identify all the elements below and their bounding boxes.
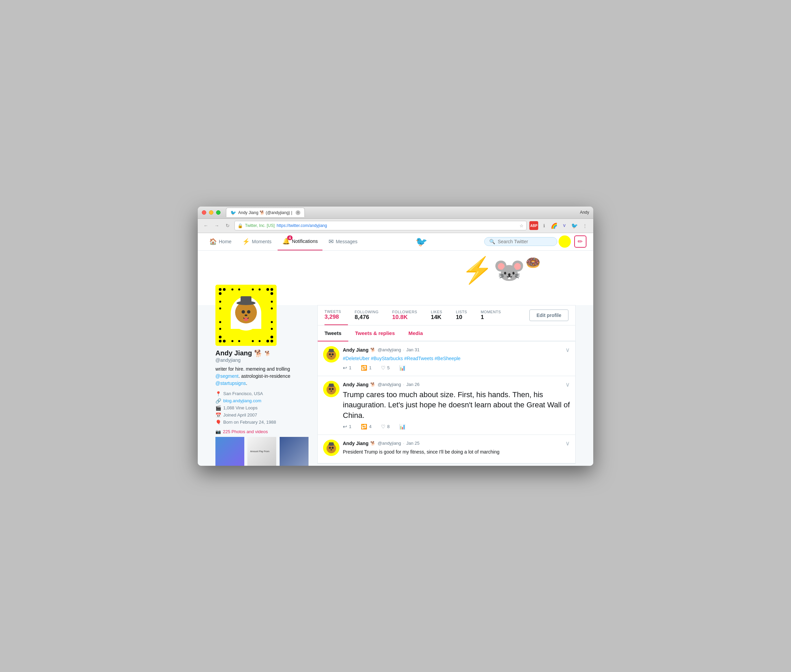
photos-grid: Amount Pay From (215, 437, 311, 466)
tab-media[interactable]: Media (402, 325, 430, 341)
tweet-text-2: Trump cares too much about size. First, … (343, 390, 570, 421)
bio-link-segment[interactable]: @segment (215, 373, 239, 379)
user-avatar-nav[interactable] (559, 235, 571, 248)
search-input[interactable] (498, 239, 552, 244)
like-count-1: 5 (387, 365, 389, 370)
svg-point-31 (252, 340, 254, 342)
svg-point-29 (231, 340, 234, 342)
svg-point-13 (219, 288, 221, 291)
meta-location: 📍 San Francisco, USA (215, 391, 311, 397)
tab-title: Andy Jiang 🐕 (@andyjiang) | (238, 210, 292, 215)
nav-moments[interactable]: ⚡ Moments (237, 233, 276, 250)
nav-notifications[interactable]: 🔔 4 Notifications (278, 233, 322, 250)
adblock-extension[interactable]: ABP (529, 221, 538, 230)
compose-button[interactable]: ✏ (574, 235, 586, 248)
tab-close-button[interactable]: × (296, 210, 300, 215)
donut-emoji: 🍩 (526, 256, 541, 270)
forward-button[interactable]: → (213, 221, 221, 230)
stat-followers[interactable]: FOLLOWERS 10.8K (392, 310, 424, 321)
tweet-avatar-2[interactable] (323, 381, 339, 397)
tab-tweets[interactable]: Tweets (318, 325, 348, 341)
tweet-date-3: Jan 25 (407, 441, 420, 446)
analytics-action-2[interactable]: 📊 (399, 424, 406, 430)
home-icon: 🏠 (209, 238, 217, 245)
tweet-item: Andy Jiang 🐕 @andyjiang · Jan 31 ∨ #Dele… (318, 341, 575, 376)
retweet-icon-1: 🔁 (361, 365, 367, 371)
retweet-count-2: 4 (369, 424, 371, 429)
maximize-button[interactable] (216, 210, 221, 215)
svg-rect-51 (329, 384, 334, 387)
svg-point-14 (223, 288, 226, 291)
retweet-action-1[interactable]: 🔁 1 (361, 365, 371, 371)
svg-point-15 (219, 292, 221, 295)
reply-icon-1: ↩ (343, 365, 347, 371)
tweet-handle-1: @andyjiang (378, 347, 401, 352)
nav-home[interactable]: 🏠 Home (205, 233, 236, 250)
stat-following[interactable]: FOLLOWING 8,476 (355, 310, 386, 321)
tab-replies[interactable]: Tweets & replies (348, 325, 402, 341)
url-bar[interactable]: 🔒 Twitter, Inc. [US] https://twitter.com… (234, 221, 527, 230)
photos-label[interactable]: 📷 225 Photos and videos (215, 429, 311, 434)
twitter-logo[interactable]: 🐦 (416, 236, 428, 247)
svg-point-33 (219, 301, 221, 303)
tweet-expand-2[interactable]: ∨ (565, 381, 570, 388)
info-extension[interactable]: ℹ (540, 221, 548, 230)
svg-point-10 (247, 310, 250, 314)
photo-thumb-3[interactable] (280, 437, 309, 466)
like-action-1[interactable]: ♡ 5 (381, 365, 389, 371)
tweet-emoji-3: 🐕 (370, 441, 375, 446)
retweet-icon-2: 🔁 (361, 424, 367, 430)
reply-action-1[interactable]: ↩ 1 (343, 365, 351, 371)
svg-point-9 (242, 310, 245, 314)
likes-value: 14K (431, 314, 441, 321)
lock-icon: 🔒 (237, 223, 243, 228)
stat-lists[interactable]: LISTS 10 (456, 310, 474, 321)
tweet-avatar-1[interactable] (323, 346, 339, 363)
tab-favicon: 🐦 (231, 210, 236, 215)
svg-point-24 (271, 336, 273, 338)
photo-thumb-1[interactable] (215, 437, 244, 466)
stat-likes[interactable]: LIKES 14K (431, 310, 449, 321)
edit-profile-button[interactable]: Edit profile (529, 309, 568, 321)
search-bar[interactable]: 🔍 (484, 237, 557, 246)
likes-label: LIKES (431, 310, 442, 314)
following-value: 8,476 (355, 314, 369, 321)
bookmark-icon[interactable]: ☆ (519, 223, 524, 228)
reply-action-2[interactable]: ↩ 1 (343, 424, 351, 430)
svg-point-45 (329, 353, 331, 355)
svg-point-12 (243, 318, 248, 321)
traffic-lights (202, 210, 221, 215)
nav-messages[interactable]: ✉ Messages (324, 233, 362, 250)
svg-point-25 (231, 288, 234, 290)
meta-website[interactable]: 🔗 blog.andyjiang.com (215, 398, 311, 403)
photo-thumb-2[interactable]: Amount Pay From (247, 437, 276, 466)
stat-moments[interactable]: MOMENTS 1 (481, 310, 508, 321)
svg-point-60 (331, 447, 334, 449)
tweet-expand-1[interactable]: ∨ (565, 346, 570, 354)
active-tab[interactable]: 🐦 Andy Jiang 🐕 (@andyjiang) | × (226, 208, 305, 217)
svg-point-54 (331, 390, 332, 391)
svg-point-37 (271, 301, 273, 303)
tweet-expand-3[interactable]: ∨ (565, 440, 570, 447)
refresh-button[interactable]: ↻ (224, 221, 232, 230)
chart-icon-2: 📊 (399, 424, 406, 430)
website-link[interactable]: blog.andyjiang.com (223, 398, 261, 403)
close-button[interactable] (202, 210, 206, 215)
location-icon: 📍 (215, 391, 221, 397)
profile-name-emoji: 🐕 (254, 349, 263, 357)
minimize-button[interactable] (209, 210, 213, 215)
bio-link-startupsigns[interactable]: @startupsigns (215, 381, 246, 386)
tweet-avatar-3[interactable] (323, 440, 339, 456)
back-button[interactable]: ← (202, 221, 210, 230)
retweet-action-2[interactable]: 🔁 4 (361, 424, 371, 430)
analytics-action-1[interactable]: 📊 (399, 365, 406, 371)
color-extension[interactable]: 🌈 (550, 221, 559, 230)
stat-tweets[interactable]: TWEETS 3,298 (325, 309, 348, 325)
vimium-extension[interactable]: V (560, 221, 569, 230)
tweet-text-3: President Trump is good for my fitness, … (343, 448, 570, 456)
nav-home-label: Home (219, 239, 231, 244)
twitter-extension[interactable]: 🐦 (570, 221, 579, 230)
menu-extension[interactable]: ⋮ (580, 221, 589, 230)
profile-avatar[interactable] (215, 285, 277, 346)
like-action-2[interactable]: ♡ 8 (381, 424, 389, 430)
